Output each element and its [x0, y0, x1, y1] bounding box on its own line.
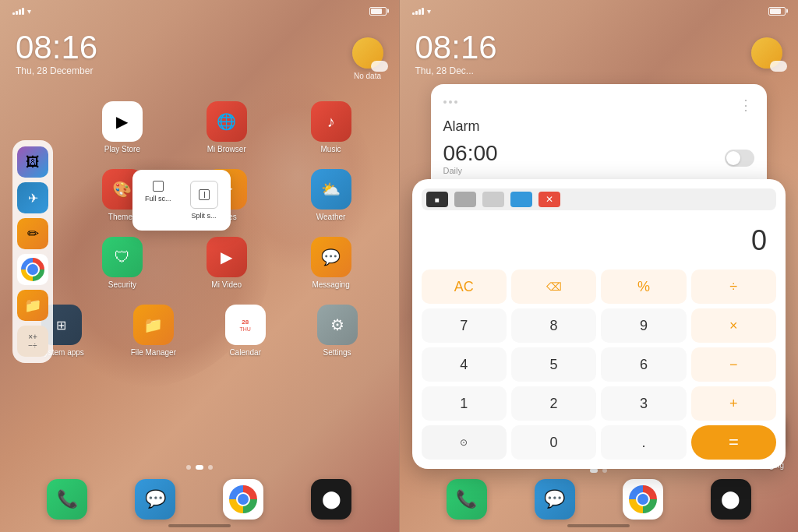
app-grid-left: ▶ Play Store 🌐 Mi Browser ♪ Music 🎨 Them… — [0, 93, 399, 380]
app-filemanager[interactable]: 📁 File Manager — [128, 305, 178, 357]
calc-btn-ac[interactable]: AC — [422, 270, 507, 304]
app-mibrowser[interactable]: 🌐 Mi Browser — [201, 101, 252, 153]
calc-display: 0 — [422, 218, 777, 263]
clock-widget-left: 08:16 Thu, 28 December — [16, 31, 97, 76]
signal-bars-icon-right — [412, 8, 424, 15]
app-security-label: Security — [108, 280, 136, 289]
home-indicator-left — [168, 524, 231, 527]
dock-messages-right[interactable]: 💬 — [535, 479, 575, 520]
split-label: Split s... — [192, 212, 217, 220]
wifi-icon-right: ▾ — [427, 7, 431, 16]
calc-btn-2[interactable]: 2 — [511, 386, 596, 421]
calc-btn-minus[interactable]: − — [691, 347, 776, 382]
calc-btn-0[interactable]: 0 — [511, 425, 596, 460]
sidebar-sketch-icon[interactable]: ✏ — [17, 218, 48, 249]
window-controls-bar: ■ ✕ — [422, 188, 777, 210]
alarm-drag-handle — [443, 100, 457, 104]
calc-btn-6[interactable]: 6 — [601, 347, 686, 382]
app-settings-label: Settings — [323, 348, 351, 357]
calc-btn-backspace[interactable]: ⌫ — [511, 270, 596, 304]
calc-btn-multiply[interactable]: × — [691, 308, 776, 343]
context-menu-popup: Full sc... Split s... — [132, 170, 231, 231]
app-settings[interactable]: ⚙ Settings — [312, 305, 362, 357]
signal-area: ▾ — [12, 7, 31, 16]
calc-btn-9[interactable]: 9 — [601, 308, 686, 343]
alarm-title: Alarm — [443, 118, 755, 135]
signal-area-right: ▾ — [412, 7, 431, 16]
calc-btn-3[interactable]: 3 — [601, 386, 686, 421]
calc-btn-special[interactable]: ⊙ — [422, 425, 507, 460]
weather-widget-left[interactable]: No data — [352, 37, 383, 80]
calc-btn-1[interactable]: 1 — [422, 386, 507, 421]
alarm-toggle[interactable] — [725, 150, 754, 167]
dock-phone-right[interactable]: 📞 — [447, 479, 487, 520]
weather-icon-right — [751, 37, 782, 69]
wc-black-btn[interactable]: ■ — [426, 192, 448, 207]
calc-btn-equals[interactable]: = — [691, 425, 776, 460]
app-security[interactable]: 🛡 Security — [97, 237, 147, 289]
app-row-4: ⊞ System apps 📁 File Manager 28 THU Cale… — [16, 305, 383, 357]
calc-btn-divide[interactable]: ÷ — [691, 270, 776, 304]
wc-lgray-btn[interactable] — [482, 192, 504, 207]
page-indicator-left — [0, 465, 399, 470]
fullscreen-icon — [153, 181, 164, 192]
weather-widget-right[interactable] — [751, 37, 782, 69]
app-weather[interactable]: ⛅ Weather — [305, 169, 356, 221]
dock-camera-left[interactable]: ⬤ — [311, 479, 351, 520]
sidebar-app-strip: 🖼 ✈ ✏ 📁 ×+−÷ — [12, 140, 53, 363]
alarm-label: Daily — [443, 166, 498, 175]
signal-bars-icon — [12, 8, 24, 15]
wifi-icon: ▾ — [27, 7, 31, 16]
home-indicator-right — [567, 524, 630, 527]
left-phone-screen: ▾ 08:16 Thu, 28 December No data 🖼 ✈ ✏ 📁… — [0, 0, 399, 532]
alarm-time: 06:00 — [443, 141, 498, 166]
dock-phone-left[interactable]: 📞 — [47, 479, 87, 520]
weather-text: No data — [354, 72, 381, 80]
alarm-more-btn[interactable]: ⋮ — [739, 97, 754, 114]
app-music[interactable]: ♪ Music — [305, 101, 356, 153]
battery-area — [369, 7, 387, 16]
app-row-1: ▶ Play Store 🌐 Mi Browser ♪ Music — [16, 101, 383, 153]
clock-date-right: Thu, 28 Dec... — [415, 65, 497, 76]
app-messaging-label: Messaging — [312, 280, 349, 289]
status-bar-right: ▾ — [400, 0, 799, 22]
calc-btn-5[interactable]: 5 — [511, 347, 596, 382]
calc-btn-4[interactable]: 4 — [422, 347, 507, 382]
right-phone-screen: ▾ 08:16 Thu, 28 Dec... ⋮ Alarm 06:00 — [400, 0, 799, 532]
wc-blue-btn[interactable] — [510, 192, 532, 207]
dock-left: 📞 💬 ⬤ — [0, 479, 399, 520]
wc-gray-btn[interactable] — [454, 192, 476, 207]
sidebar-gallery-icon[interactable]: 🖼 — [17, 146, 48, 178]
sidebar-telegram-icon[interactable]: ✈ — [17, 182, 48, 213]
wc-close-btn[interactable]: ✕ — [538, 192, 560, 207]
sidebar-chrome-icon[interactable] — [17, 254, 48, 285]
app-row-3: 🛡 Security ▶ Mi Video 💬 Messaging — [16, 237, 383, 289]
dock-chrome-left[interactable] — [223, 479, 263, 520]
calc-btn-7[interactable]: 7 — [422, 308, 507, 343]
fullscreen-label: Full sc... — [145, 195, 171, 203]
dock-right: 📞 💬 ⬤ — [400, 479, 799, 520]
app-music-label: Music — [321, 145, 341, 153]
dock-chrome-right[interactable] — [623, 479, 663, 520]
calc-btn-dot[interactable]: . — [601, 425, 686, 460]
clock-time-left: 08:16 — [16, 31, 97, 64]
dock-camera-right[interactable]: ⬤ — [711, 479, 751, 520]
app-filemanager-label: File Manager — [131, 348, 176, 357]
app-calendar[interactable]: 28 THU Calendar — [220, 305, 270, 357]
sidebar-calc-icon[interactable]: ×+−÷ — [17, 326, 48, 357]
app-mibrowser-label: Mi Browser — [207, 145, 246, 153]
calc-btn-percent[interactable]: % — [601, 270, 686, 304]
app-weather-label: Weather — [316, 213, 346, 221]
split-screen-btn[interactable]: Split s... — [184, 176, 224, 224]
app-playstore-label: Play Store — [104, 145, 140, 153]
fullscreen-btn[interactable]: Full sc... — [139, 176, 178, 224]
dock-messages-left[interactable]: 💬 — [135, 479, 175, 520]
app-messaging[interactable]: 💬 Messaging — [305, 237, 356, 289]
app-mivideo-label: Mi Video — [211, 280, 242, 289]
app-playstore[interactable]: ▶ Play Store — [97, 101, 147, 153]
calc-btn-8[interactable]: 8 — [511, 308, 596, 343]
calc-btn-plus[interactable]: + — [691, 386, 776, 421]
app-mivideo[interactable]: ▶ Mi Video — [201, 237, 252, 289]
battery-area-right — [768, 7, 786, 16]
sidebar-files-icon[interactable]: 📁 — [17, 290, 48, 321]
